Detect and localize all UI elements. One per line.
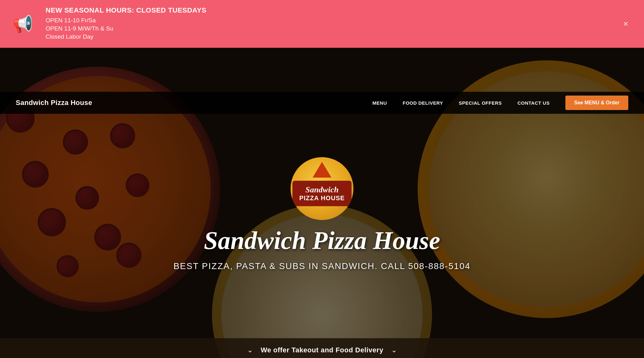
navbar: Sandwich Pizza House MENU FOOD DELIVERY … — [0, 92, 644, 114]
chevron-left-icon: ⌄ — [247, 346, 253, 354]
megaphone-icon: 📢 — [13, 14, 33, 34]
bottom-bar: ⌄ We offer Takeout and Food Delivery ⌄ — [0, 338, 644, 358]
announcement-line2: OPEN 11-9 M/W/Th & Su — [46, 25, 206, 32]
logo-circle: Sandwich PIZZA HOUSE — [291, 157, 353, 220]
announcement-line3: Closed Labor Day — [46, 33, 206, 40]
nav-special-offers[interactable]: SPECIAL OFFERS — [459, 100, 502, 106]
nav-links: MENU FOOD DELIVERY SPECIAL OFFERS CONTAC… — [372, 96, 628, 110]
nav-menu[interactable]: MENU — [372, 100, 387, 106]
order-button[interactable]: See MENU & Order — [565, 96, 628, 110]
announcement-line1: OPEN 11-10 Fr/Sa — [46, 17, 206, 24]
site-name: Sandwich Pizza House — [16, 99, 92, 107]
announcement-text: NEW SEASONAL HOURS: CLOSED TUESDAYS OPEN… — [46, 6, 206, 41]
hero-content: Sandwich PIZZA HOUSE Sandwich Pizza Hous… — [174, 157, 471, 271]
announcement-headline: NEW SEASONAL HOURS: CLOSED TUESDAYS — [46, 6, 206, 14]
nav-food-delivery[interactable]: FOOD DELIVERY — [403, 100, 443, 106]
logo-inner: Sandwich PIZZA HOUSE — [292, 181, 352, 206]
hero-subtitle: BEST PIZZA, PASTA & SUBS IN SANDWICH. CA… — [174, 261, 471, 271]
chevron-right-icon: ⌄ — [391, 346, 397, 354]
close-button[interactable]: × — [623, 19, 628, 29]
logo-line2: PIZZA HOUSE — [299, 195, 345, 202]
announcement-banner: 📢 NEW SEASONAL HOURS: CLOSED TUESDAYS OP… — [0, 0, 644, 48]
logo-line1: Sandwich — [299, 185, 345, 195]
bottom-bar-text: We offer Takeout and Food Delivery — [261, 346, 383, 354]
nav-contact-us[interactable]: CONTACT US — [518, 100, 550, 106]
hero-section: Sandwich Pizza House MENU FOOD DELIVERY … — [0, 48, 644, 358]
hero-title: Sandwich Pizza House — [204, 226, 440, 255]
logo-pizza-slice — [313, 162, 331, 178]
logo-badge: Sandwich PIZZA HOUSE — [291, 157, 353, 220]
